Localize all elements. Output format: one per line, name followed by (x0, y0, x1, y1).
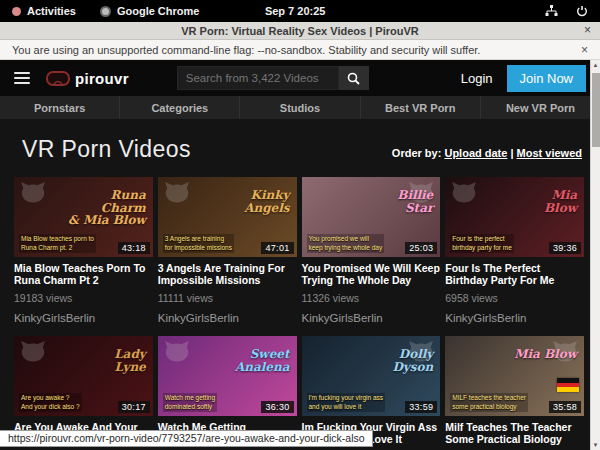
video-card[interactable]: Billie StarYou promised we will keep try… (302, 177, 441, 324)
join-now-button[interactable]: Join Now (507, 65, 586, 92)
site-header: pirouvr Login Join Now (0, 60, 600, 96)
duration-badge: 39:36 (549, 242, 581, 254)
video-title[interactable]: You Promised We Will Keep Trying The Who… (302, 262, 441, 286)
video-thumbnail[interactable]: Runa Charm & Mia BlowMia Blow teaches po… (14, 177, 153, 257)
order-upload-date-link[interactable]: Upload date (444, 147, 507, 159)
video-grid: Runa Charm & Mia BlowMia Blow teaches po… (0, 171, 600, 450)
video-title[interactable]: Milf Teaches The Teacher Some Practical … (445, 421, 584, 445)
view-count: 11111 views (158, 292, 297, 304)
thumbnail-overlay-title: Mia Blow (544, 189, 577, 214)
thumbnail-caption: Watch me getting dominated softly (163, 393, 217, 413)
scrollbar[interactable]: ▲ ▼ (590, 60, 600, 450)
thumbnail-caption: Mia Blow teaches porn to Runa Charm pt. … (19, 234, 96, 254)
thumbnail-overlay-title: Mia Blow (514, 348, 577, 361)
status-url-tooltip: https://pirouvr.com/vr-porn-video/779325… (0, 430, 373, 447)
thumbnail-caption: You promised we will keep trying the who… (307, 234, 385, 254)
view-count: 6958 views (445, 292, 584, 304)
network-icon[interactable] (545, 5, 558, 17)
search-icon (347, 72, 360, 85)
search-bar (177, 66, 369, 90)
cat-mask-watermark-icon (164, 341, 190, 363)
thumbnail-overlay-title: Sweet Analena (235, 348, 290, 373)
page-heading-row: VR Porn Videos Order by: Upload date | M… (0, 119, 600, 171)
video-title[interactable]: 3 Angels Are Training For Impossible Mis… (158, 262, 297, 286)
cat-mask-watermark-icon (20, 182, 46, 204)
search-button[interactable] (339, 66, 369, 90)
duration-badge: 43:18 (118, 242, 150, 254)
video-card[interactable]: Runa Charm & Mia BlowMia Blow teaches po… (14, 177, 153, 324)
thumbnail-caption: Are you awake ? And your dick also ? (19, 393, 82, 413)
order-by: Order by: Upload date | Most viewed (392, 147, 582, 159)
video-card[interactable]: Mia BlowFour is the perfect birthday par… (445, 177, 584, 324)
duration-badge: 33:59 (405, 401, 437, 413)
duration-badge: 47:01 (261, 242, 293, 254)
thumbnail-overlay-title: Kinky Angels (244, 189, 289, 214)
video-thumbnail[interactable]: Lady LyneAre you awake ? And your dick a… (14, 336, 153, 416)
window-title: VR Porn: Virtual Reality Sex Videos | Pi… (181, 25, 418, 37)
chrome-app-menu[interactable]: Google Chrome (100, 5, 200, 17)
chrome-icon (100, 6, 111, 17)
video-thumbnail[interactable]: Billie StarYou promised we will keep try… (302, 177, 441, 257)
studio-link[interactable]: KinkyGirlsBerlin (14, 312, 153, 324)
notification-dot-icon (12, 7, 21, 16)
video-thumbnail[interactable]: Sweet AnalenaWatch me getting dominated … (158, 336, 297, 416)
scroll-up-icon[interactable]: ▲ (591, 62, 600, 68)
warning-bar: You are using an unsupported command-lin… (0, 40, 600, 60)
clock[interactable]: Sep 7 20:25 (265, 5, 326, 17)
duration-badge: 35:58 (549, 401, 581, 413)
warning-close-icon[interactable]: × (581, 43, 588, 57)
cat-mask-watermark-icon (451, 182, 477, 204)
video-card[interactable]: Mia BlowMILF teaches the teacher some pr… (445, 336, 584, 450)
view-count: 19183 views (14, 292, 153, 304)
page-title: VR Porn Videos (22, 136, 191, 163)
studio-link[interactable]: KinkyGirlsBerlin (302, 312, 441, 324)
thumbnail-caption: 3 Angels are training for impossible mis… (163, 234, 234, 254)
hamburger-menu-icon[interactable] (14, 72, 30, 84)
thumbnail-overlay-title: Billie Star (397, 189, 433, 214)
thumbnail-caption: MILF teaches the teacher some practical … (450, 393, 528, 413)
video-thumbnail[interactable]: Mia BlowFour is the perfect birthday par… (445, 177, 584, 257)
activities-label: Activities (27, 5, 76, 17)
duration-badge: 36:30 (261, 401, 293, 413)
thumbnail-overlay-title: Dolly Dyson (392, 348, 433, 373)
login-link[interactable]: Login (461, 71, 493, 86)
thumbnail-overlay-title: Lady Lyne (114, 348, 146, 373)
view-count: 11326 views (302, 292, 441, 304)
thumbnail-caption: Four is the perfect birthday party for m… (450, 234, 514, 254)
video-thumbnail[interactable]: Dolly DysonI'm fucking your virgin ass a… (302, 336, 441, 416)
studio-link[interactable]: KinkyGirlsBerlin (158, 312, 297, 324)
scrollbar-thumb[interactable] (592, 73, 600, 147)
browser-viewport: pirouvr Login Join Now Pornstars Categor… (0, 60, 600, 450)
duration-badge: 30:17 (118, 401, 150, 413)
power-icon[interactable] (576, 5, 588, 17)
nav-item-best[interactable]: Best VR Porn (360, 96, 480, 119)
german-flag-icon (557, 378, 579, 392)
order-by-label: Order by: (392, 147, 442, 159)
system-top-bar: Activities Google Chrome Sep 7 20:25 (0, 0, 600, 22)
nav-item-new[interactable]: New VR Porn (480, 96, 600, 119)
chrome-label: Google Chrome (117, 5, 200, 17)
video-card[interactable]: Kinky Angels3 Angels are training for im… (158, 177, 297, 324)
window-title-bar: VR Porn: Virtual Reality Sex Videos | Pi… (0, 22, 600, 40)
video-thumbnail[interactable]: Kinky Angels3 Angels are training for im… (158, 177, 297, 257)
activities-button[interactable]: Activities (12, 5, 76, 17)
cat-mask-watermark-icon (20, 341, 46, 363)
duration-badge: 25:03 (405, 242, 437, 254)
scroll-down-icon[interactable]: ▼ (591, 442, 600, 448)
nav-item-studios[interactable]: Studios (239, 96, 359, 119)
video-thumbnail[interactable]: Mia BlowMILF teaches the teacher some pr… (445, 336, 584, 416)
site-logo[interactable]: pirouvr (46, 70, 129, 87)
nav-item-pornstars[interactable]: Pornstars (0, 96, 119, 119)
thumbnail-caption: I'm fucking your virgin ass and you will… (307, 393, 386, 413)
order-most-viewed-link[interactable]: Most viewed (517, 147, 582, 159)
nav-item-categories[interactable]: Categories (119, 96, 239, 119)
video-title[interactable]: Mia Blow Teaches Porn To Runa Charm Pt 2 (14, 262, 153, 286)
studio-link[interactable]: KinkyGirlsBerlin (445, 312, 584, 324)
cat-mask-watermark-icon (164, 182, 190, 204)
window-close-icon[interactable]: × (584, 23, 591, 37)
warning-text: You are using an unsupported command-lin… (12, 44, 480, 56)
search-input[interactable] (177, 66, 339, 90)
video-title[interactable]: Four Is The Perfect Birthday Party For M… (445, 262, 584, 286)
logo-text: pirouvr (75, 70, 129, 87)
vr-headset-icon (46, 71, 70, 86)
